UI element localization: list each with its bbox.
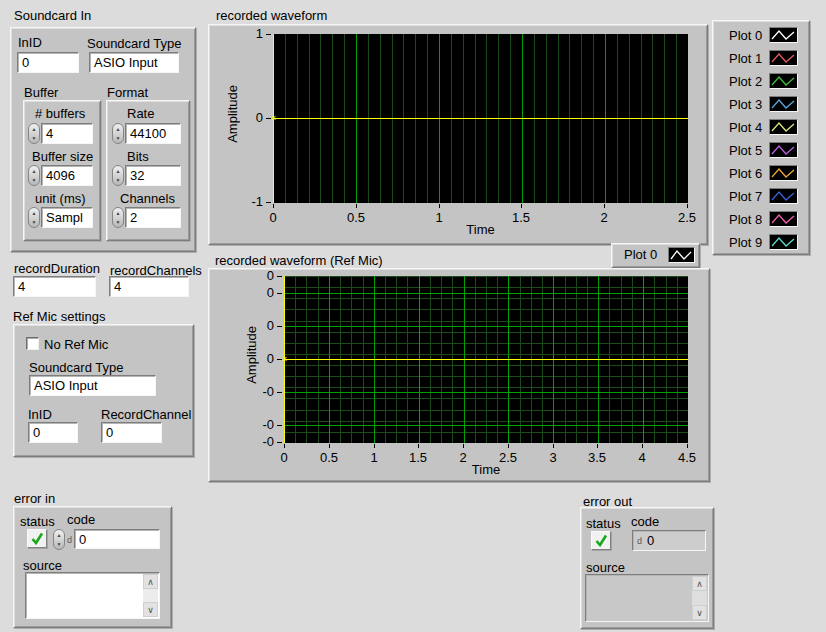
refmic-plot-area[interactable]: × xyxy=(284,276,688,443)
legend-item-swatch[interactable] xyxy=(769,119,798,135)
error-in-title: error in xyxy=(14,491,55,506)
y-tick-label: 0 xyxy=(238,268,274,283)
x-tick-label: 3.5 xyxy=(577,450,617,465)
legend-item-swatch[interactable] xyxy=(769,142,798,158)
format-panel: Rate ▲▼ 44100 Bits ▲▼ 32 Channels ▲▼ 2 xyxy=(106,100,190,241)
buffer-size-field[interactable]: 4096 xyxy=(41,165,93,186)
no-ref-mic-checkbox[interactable] xyxy=(26,337,39,350)
legend-item-swatch[interactable] xyxy=(769,73,798,89)
rate-label: Rate xyxy=(127,106,154,121)
legend-item[interactable]: Plot 1 xyxy=(713,47,809,70)
waveform-plot-area[interactable]: × xyxy=(273,34,688,203)
legend-item-swatch[interactable] xyxy=(769,50,798,66)
refmic-legend-swatch[interactable] xyxy=(668,247,695,263)
num-buffers-increment-decrement[interactable]: ▲▼ xyxy=(28,123,40,144)
y-axis-tick xyxy=(277,392,282,393)
buffer-panel: # buffers ▲▼ 4 Buffer size ▲▼ 4096 unit … xyxy=(23,100,101,241)
refmic-chart-title: recorded waveform (Ref Mic) xyxy=(215,253,383,268)
y-tick-label: 0 xyxy=(227,110,263,125)
x-tick-label: 3 xyxy=(533,450,573,465)
unit-ms-field[interactable]: Sampl xyxy=(41,207,93,228)
channels-field[interactable]: 2 xyxy=(125,207,181,228)
error-in-code-radix: d xyxy=(67,535,72,545)
legend-item[interactable]: Plot 3 xyxy=(713,93,809,116)
num-buffers-label: # buffers xyxy=(35,106,85,121)
refmic-soundcard-type-field[interactable]: ASIO Input xyxy=(29,375,156,396)
x-tick-label: 0.5 xyxy=(309,450,349,465)
waveform-point-marker: × xyxy=(282,355,287,364)
record-duration-label: recordDuration xyxy=(14,261,100,276)
legend-item[interactable]: Plot 5 xyxy=(713,139,809,162)
x-axis-tick xyxy=(521,204,522,208)
record-channel-field[interactable]: 0 xyxy=(101,422,162,443)
no-ref-mic-label: No Ref Mic xyxy=(44,337,108,352)
error-in-code-increment-decrement[interactable]: ▲▼ xyxy=(53,529,65,550)
error-out-code-field: 0 xyxy=(632,530,706,551)
refmic-plot-legend[interactable]: Plot 0 xyxy=(611,243,700,268)
scroll-down-icon[interactable]: ∨ xyxy=(143,602,158,617)
x-axis-tick xyxy=(273,204,274,208)
buffer-size-label: Buffer size xyxy=(32,149,93,164)
y-tick-label: -0 xyxy=(238,384,274,399)
x-tick-label: 2.5 xyxy=(488,450,528,465)
error-in-code-label: code xyxy=(67,512,95,527)
scroll-up-icon[interactable]: ∧ xyxy=(143,574,158,589)
error-in-source-textarea[interactable]: ∧∨ xyxy=(25,572,160,619)
unit-ms-increment-decrement[interactable]: ▲▼ xyxy=(28,207,40,228)
rate-field[interactable]: 44100 xyxy=(125,123,181,144)
error-out-status-label: status xyxy=(586,516,621,531)
legend-item-swatch[interactable] xyxy=(769,211,798,227)
legend-item[interactable]: Plot 6 xyxy=(713,162,809,185)
channels-label: Channels xyxy=(120,191,175,206)
soundcard-in-panel: InID 0 Soundcard Type ASIO Input Buffer … xyxy=(10,27,196,252)
refmic-inid-field[interactable]: 0 xyxy=(28,422,78,443)
error-in-code-field[interactable]: 0 xyxy=(74,529,160,549)
legend-item[interactable]: Plot 7 xyxy=(713,185,809,208)
record-channels-field[interactable]: 4 xyxy=(109,276,189,297)
x-tick-label: 0.5 xyxy=(336,210,376,225)
soundcard-type-field[interactable]: ASIO Input xyxy=(89,52,179,73)
y-tick-label: 1 xyxy=(227,26,263,41)
refmic-chart-panel: × Amplitude Time 00.511.522.533.544.5000… xyxy=(208,268,710,482)
scroll-up-icon[interactable]: ∧ xyxy=(692,576,707,591)
legend-item-swatch[interactable] xyxy=(769,188,798,204)
legend-item[interactable]: Plot 4 xyxy=(713,116,809,139)
legend-item-swatch[interactable] xyxy=(769,234,798,250)
waveform-line xyxy=(284,359,688,360)
record-channel-label: RecordChannel xyxy=(101,407,191,422)
error-out-source-scrollbar[interactable]: ∧∨ xyxy=(692,576,707,620)
bits-field[interactable]: 32 xyxy=(125,165,181,186)
y-axis-tick xyxy=(266,34,271,35)
x-axis-tick xyxy=(553,444,554,448)
x-tick-label: 2 xyxy=(584,210,624,225)
check-icon xyxy=(30,532,44,545)
rate-increment-decrement[interactable]: ▲▼ xyxy=(112,123,124,144)
inid-field[interactable]: 0 xyxy=(17,52,79,73)
legend-item[interactable]: Plot 2 xyxy=(713,70,809,93)
x-axis-tick xyxy=(356,204,357,208)
y-axis-tick xyxy=(266,118,271,119)
legend-item-swatch[interactable] xyxy=(769,96,798,112)
error-in-source-scrollbar[interactable]: ∧∨ xyxy=(143,574,158,617)
legend-item-swatch[interactable] xyxy=(769,27,798,43)
y-axis-tick xyxy=(277,276,282,277)
x-axis-tick xyxy=(642,444,643,448)
grid-major-line xyxy=(284,392,688,393)
error-in-status-indicator[interactable] xyxy=(27,529,47,548)
num-buffers-field[interactable]: 4 xyxy=(41,123,93,144)
y-tick-label: 0 xyxy=(238,351,274,366)
scroll-down-icon[interactable]: ∨ xyxy=(692,605,707,620)
legend-item[interactable]: Plot 8 xyxy=(713,208,809,231)
record-duration-field[interactable]: 4 xyxy=(13,276,96,297)
y-axis-tick xyxy=(277,442,282,443)
legend-item[interactable]: Plot 0 xyxy=(713,24,809,47)
legend-item-swatch[interactable] xyxy=(769,165,798,181)
buffer-size-increment-decrement[interactable]: ▲▼ xyxy=(28,165,40,186)
legend-item[interactable]: Plot 9 xyxy=(713,231,809,254)
x-axis-tick xyxy=(439,204,440,208)
refmic-legend-label: Plot 0 xyxy=(624,247,657,262)
bits-increment-decrement[interactable]: ▲▼ xyxy=(112,165,124,186)
legend-item-label: Plot 7 xyxy=(729,189,762,204)
channels-increment-decrement[interactable]: ▲▼ xyxy=(112,207,124,228)
soundcard-in-title: Soundcard In xyxy=(14,8,91,23)
